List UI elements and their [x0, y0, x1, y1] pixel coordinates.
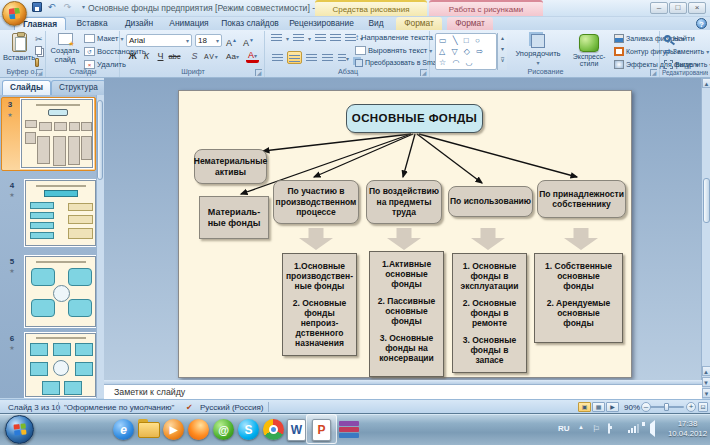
shape-category-usage[interactable]: По использованию	[448, 186, 533, 217]
panel-scrollbar-thumb[interactable]	[97, 100, 103, 180]
zoom-slider[interactable]	[650, 406, 684, 408]
scroll-down-icon[interactable]: ▼	[702, 388, 710, 398]
columns-button[interactable]: ▾	[337, 51, 350, 64]
change-case-button[interactable]: Аа▾	[226, 50, 239, 63]
slide-sorter-view-button[interactable]: ▦	[592, 402, 605, 412]
align-left-button[interactable]	[271, 51, 284, 64]
next-slide-icon[interactable]: ▼▼	[702, 377, 710, 387]
notes-pane[interactable]: Заметки к слайду	[104, 384, 702, 399]
language-switcher[interactable]: RU	[558, 424, 570, 433]
scrollbar-thumb[interactable]	[703, 178, 710, 223]
shape-intangible-assets[interactable]: Нематериальные активы	[194, 149, 267, 184]
action-center-flag-icon[interactable]: ⚐	[592, 424, 600, 434]
fit-to-window-button[interactable]: ⊡	[698, 402, 708, 412]
shape-category-ownership[interactable]: По принадлежности собственнику	[537, 180, 626, 218]
font-color-button[interactable]: А▾	[246, 50, 259, 63]
format-painter-button[interactable]	[35, 58, 39, 67]
arrange-button[interactable]: Упорядочить▾	[512, 32, 564, 66]
start-button[interactable]	[5, 415, 34, 444]
copy-button[interactable]	[35, 46, 42, 55]
font-size-combobox[interactable]: 18▾	[195, 34, 222, 47]
save-icon[interactable]	[32, 2, 42, 12]
bold-button[interactable]: Ж	[126, 50, 139, 63]
quick-styles-button[interactable]: Экспресс-стили	[566, 32, 612, 67]
decrease-indent-icon[interactable]	[315, 34, 326, 43]
normal-view-button[interactable]: ▣	[578, 402, 591, 412]
layout-button[interactable]: Макет▾	[84, 34, 124, 43]
slide-thumbnail-3[interactable]	[21, 99, 93, 168]
numbering-icon[interactable]	[293, 34, 304, 43]
volume-icon[interactable]	[650, 424, 655, 433]
select-button[interactable]: Выделить▾	[664, 60, 710, 69]
cut-button[interactable]: ✂	[35, 34, 43, 44]
taskbar-skype-icon[interactable]: S	[237, 418, 260, 441]
shape-material-funds[interactable]: Материаль- ные фонды	[199, 196, 269, 239]
minimize-button[interactable]: –	[650, 2, 668, 14]
tab-slides-thumbnails[interactable]: Слайды	[2, 80, 51, 95]
tab-animation[interactable]: Анимация	[163, 17, 215, 30]
new-slide-button[interactable]: Создать слайд	[48, 31, 82, 64]
strikethrough-button[interactable]: abc	[168, 50, 181, 63]
tab-view[interactable]: Вид	[361, 17, 391, 30]
paragraph-dialog-launcher-icon[interactable]: ◢	[420, 69, 427, 76]
slide-thumbnail-6[interactable]	[25, 333, 96, 397]
battery-icon[interactable]	[608, 424, 610, 433]
tab-review[interactable]: Рецензирование	[285, 17, 358, 30]
taskbar-firefox-icon[interactable]	[187, 418, 210, 441]
slideshow-view-button[interactable]: ▶	[606, 402, 619, 412]
shrink-font-button[interactable]: А▼	[242, 34, 255, 47]
drawing-dialog-launcher-icon[interactable]: ◢	[650, 69, 657, 76]
paste-button[interactable]: Вставить	[4, 31, 34, 62]
tab-insert[interactable]: Вставка	[69, 17, 115, 30]
slide-thumbnail-5[interactable]	[25, 256, 96, 327]
clipboard-dialog-launcher-icon[interactable]: ◢	[36, 69, 43, 76]
shapes-gallery[interactable]: ▭ ╲ □ ○ △ ▽ ◇ ⇨ ☆ ◠ ◡	[435, 33, 497, 70]
tab-design[interactable]: Дизайн	[118, 17, 160, 30]
shape-list-ownership[interactable]: 1. Собственные основные фонды 2. Арендуе…	[534, 253, 623, 343]
numbering-arrow-icon[interactable]: ▾	[308, 35, 311, 42]
scroll-up-icon[interactable]: ▲	[702, 78, 710, 88]
taskbar-explorer-folder-icon[interactable]	[137, 418, 160, 441]
help-icon[interactable]: ?	[696, 18, 707, 29]
shape-category-impact[interactable]: По воздействию на предметы труда	[366, 180, 442, 224]
office-button[interactable]	[2, 1, 27, 26]
align-center-button[interactable]	[287, 51, 302, 64]
justify-button[interactable]	[321, 51, 334, 64]
taskbar-clock[interactable]: 17:38 10.04.2012	[668, 419, 707, 438]
find-button[interactable]: Найти	[664, 34, 695, 43]
grow-font-button[interactable]: А▲	[225, 34, 238, 47]
tab-slideshow[interactable]: Показ слайдов	[218, 17, 282, 30]
hidden-icons-icon[interactable]: ▲	[578, 424, 584, 430]
align-text-button[interactable]: Выровнять текст▾	[355, 46, 432, 55]
character-spacing-button[interactable]: AV▾	[204, 50, 219, 63]
bullets-icon[interactable]	[271, 34, 282, 43]
network-signal-icon[interactable]	[628, 424, 639, 433]
zoom-slider-thumb[interactable]	[664, 403, 669, 411]
vertical-scrollbar[interactable]: ▲ ▲▲ ▼▼ ▼	[701, 78, 710, 398]
font-dialog-launcher-icon[interactable]: ◢	[255, 69, 262, 76]
taskbar-winrar-icon[interactable]	[337, 418, 360, 441]
shapes-gallery-scroll[interactable]: ▴▾⊽	[497, 33, 507, 70]
text-direction-button[interactable]: ↕Направление текста▾	[355, 33, 438, 42]
maximize-button[interactable]: □	[669, 2, 687, 14]
shape-list-participation[interactable]: 1.Основные производствен- ные фонды 2. О…	[282, 253, 357, 356]
tab-outline[interactable]: Структура	[51, 80, 106, 95]
bullets-arrow-icon[interactable]: ▾	[286, 35, 289, 42]
italic-button[interactable]: К	[140, 50, 153, 63]
spellcheck-icon[interactable]: ✔	[186, 403, 193, 412]
align-right-button[interactable]	[305, 51, 318, 64]
tab-format-drawing[interactable]: Формат	[396, 17, 442, 30]
taskbar-internet-explorer-icon[interactable]: e	[112, 418, 135, 441]
tab-format-picture[interactable]: Формат	[447, 17, 493, 30]
close-button[interactable]: ×	[688, 2, 706, 14]
shape-list-impact[interactable]: 1.Активные основные фонды 2. Пассивные о…	[369, 251, 444, 377]
increase-indent-icon[interactable]	[330, 34, 341, 43]
replace-button[interactable]: ⇄Заменить▾	[664, 47, 709, 56]
zoom-in-button[interactable]: +	[686, 402, 696, 412]
previous-slide-icon[interactable]: ▲▲	[702, 366, 710, 376]
underline-button[interactable]: Ч	[154, 50, 167, 63]
shape-root-fixed-assets[interactable]: ОСНОВНЫЕ ФОНДЫ	[346, 104, 483, 133]
taskbar-word-icon[interactable]: W	[285, 418, 308, 441]
slide-thumbnail-4[interactable]	[25, 180, 96, 246]
language-indicator[interactable]: Русский (Россия)	[200, 403, 263, 412]
